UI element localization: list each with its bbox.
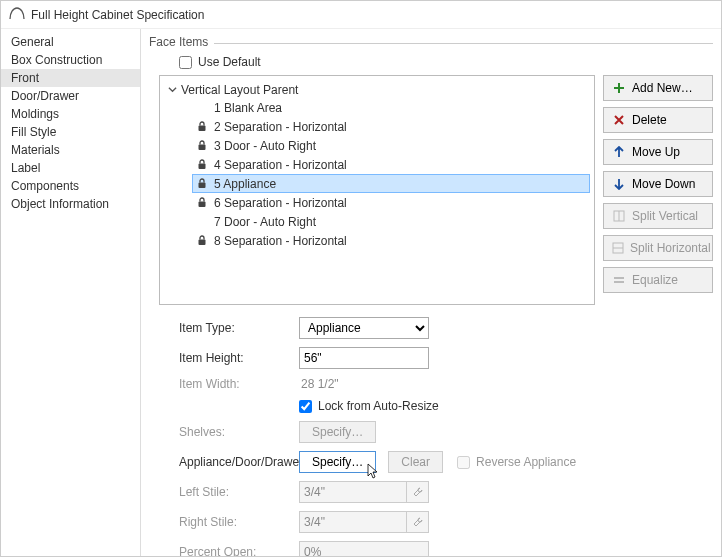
left-stile-input — [299, 481, 407, 503]
reverse-appliance-checkbox — [457, 456, 470, 469]
appliance-door-drawer-label: Appliance/Door/Drawer: — [149, 455, 299, 469]
split-horizontal-button[interactable]: Split Horizontal — [603, 235, 713, 261]
sidebar-item-object-information[interactable]: Object Information — [1, 195, 140, 213]
lock-icon — [196, 197, 208, 208]
tree-item-label: 4 Separation - Horizontal — [214, 158, 347, 172]
item-height-input[interactable] — [299, 347, 429, 369]
divider — [209, 43, 713, 44]
sidebar: General Box Construction Front Door/Draw… — [1, 29, 141, 556]
right-stile-label: Right Stile: — [149, 515, 299, 529]
use-default-checkbox[interactable] — [179, 56, 192, 69]
svg-rect-4 — [199, 202, 206, 208]
percent-open-input — [299, 541, 429, 556]
tree-item-label: 7 Door - Auto Right — [214, 215, 316, 229]
clear-button: Clear — [388, 451, 443, 473]
item-type-select[interactable]: Appliance — [299, 317, 429, 339]
sidebar-item-general[interactable]: General — [1, 33, 140, 51]
equalize-icon — [612, 274, 626, 286]
sidebar-item-fill-style[interactable]: Fill Style — [1, 123, 140, 141]
sidebar-item-box-construction[interactable]: Box Construction — [1, 51, 140, 69]
item-height-label: Item Height: — [149, 351, 299, 365]
split-horizontal-icon — [612, 242, 624, 254]
svg-rect-2 — [199, 164, 206, 170]
shelves-specify-button: Specify… — [299, 421, 376, 443]
tree-item-label: 2 Separation - Horizontal — [214, 120, 347, 134]
wrench-icon — [407, 511, 429, 533]
delete-x-icon — [612, 114, 626, 126]
arrow-down-icon — [612, 178, 626, 190]
right-stile-input — [299, 511, 407, 533]
sidebar-item-materials[interactable]: Materials — [1, 141, 140, 159]
delete-button[interactable]: Delete — [603, 107, 713, 133]
lock-icon — [196, 178, 208, 189]
sidebar-item-door-drawer[interactable]: Door/Drawer — [1, 87, 140, 105]
tree-view[interactable]: Vertical Layout Parent 1 Blank Area2 Sep… — [159, 75, 595, 305]
lock-icon — [196, 121, 208, 132]
split-vertical-icon — [612, 210, 626, 222]
tree-item-label: 5 Appliance — [214, 177, 276, 191]
window-title: Full Height Cabinet Specification — [31, 8, 204, 22]
tree-item[interactable]: 7 Door - Auto Right — [192, 212, 590, 231]
tree-item[interactable]: 8 Separation - Horizontal — [192, 231, 590, 250]
tree-item[interactable]: 6 Separation - Horizontal — [192, 193, 590, 212]
face-items-legend: Face Items — [149, 35, 214, 49]
plus-icon — [612, 82, 626, 94]
tree-item[interactable]: 4 Separation - Horizontal — [192, 155, 590, 174]
tree-root[interactable]: Vertical Layout Parent — [164, 82, 590, 98]
add-new-button[interactable]: Add New… — [603, 75, 713, 101]
split-vertical-button[interactable]: Split Vertical — [603, 203, 713, 229]
svg-rect-3 — [199, 183, 206, 189]
item-width-label: Item Width: — [149, 377, 299, 391]
tree-item[interactable]: 3 Door - Auto Right — [192, 136, 590, 155]
appliance-specify-button[interactable]: Specify… — [299, 451, 376, 473]
lock-auto-resize-checkbox[interactable] — [299, 400, 312, 413]
lock-icon — [196, 140, 208, 151]
tree-item[interactable]: 1 Blank Area — [192, 98, 590, 117]
svg-rect-1 — [199, 145, 206, 151]
tree-item-label: 3 Door - Auto Right — [214, 139, 316, 153]
lock-icon — [196, 235, 208, 246]
lock-auto-resize-label: Lock from Auto-Resize — [318, 399, 439, 413]
equalize-button[interactable]: Equalize — [603, 267, 713, 293]
tree-item[interactable]: 5 Appliance — [192, 174, 590, 193]
svg-rect-0 — [199, 126, 206, 132]
svg-rect-5 — [199, 240, 206, 246]
use-default-label: Use Default — [198, 55, 261, 69]
tree-item-label: 8 Separation - Horizontal — [214, 234, 347, 248]
sidebar-item-moldings[interactable]: Moldings — [1, 105, 140, 123]
chevron-down-icon[interactable] — [168, 85, 177, 96]
tree-item-label: 6 Separation - Horizontal — [214, 196, 347, 210]
tree-root-label: Vertical Layout Parent — [181, 83, 298, 97]
move-up-button[interactable]: Move Up — [603, 139, 713, 165]
lock-icon — [196, 159, 208, 170]
tree-item-label: 1 Blank Area — [214, 101, 282, 115]
sidebar-item-label[interactable]: Label — [1, 159, 140, 177]
sidebar-item-front[interactable]: Front — [1, 69, 140, 87]
wrench-icon — [407, 481, 429, 503]
percent-open-label: Percent Open: — [149, 545, 299, 556]
shelves-label: Shelves: — [149, 425, 299, 439]
item-width-value: 28 1/2" — [299, 377, 339, 391]
app-icon — [9, 6, 25, 23]
reverse-appliance-check: Reverse Appliance — [457, 455, 576, 469]
move-down-button[interactable]: Move Down — [603, 171, 713, 197]
left-stile-label: Left Stile: — [149, 485, 299, 499]
tree-item[interactable]: 2 Separation - Horizontal — [192, 117, 590, 136]
item-type-label: Item Type: — [149, 321, 299, 335]
sidebar-item-components[interactable]: Components — [1, 177, 140, 195]
arrow-up-icon — [612, 146, 626, 158]
